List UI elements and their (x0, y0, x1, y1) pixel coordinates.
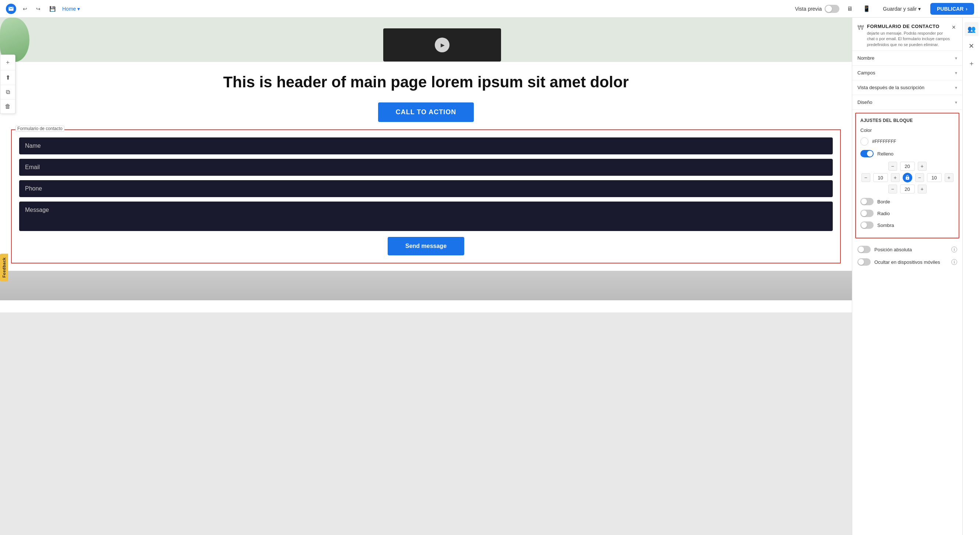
message-field[interactable]: Message (19, 201, 833, 231)
padding-controls: − + − + − + − (860, 162, 954, 193)
copy-button[interactable]: ⧉ (0, 85, 15, 99)
ocultar-movil-info[interactable]: i (951, 259, 957, 265)
posicion-absoluta-label: Posición absoluta (874, 247, 948, 252)
ocultar-movil-row: Ocultar en dispositivos móviles i (858, 258, 957, 266)
sombra-toggle[interactable] (860, 222, 873, 229)
name-field[interactable]: Name (19, 137, 833, 154)
posicion-absoluta-info[interactable]: i (951, 246, 957, 252)
relleno-setting-row: Relleno (860, 150, 954, 157)
diseno-label: Diseño (858, 99, 872, 105)
cta-wrapper: CALL TO ACTION (0, 99, 852, 129)
vista-chevron: ▾ (955, 85, 957, 90)
radio-label: Radio (877, 211, 954, 216)
diseno-section: Diseño ▾ (852, 95, 963, 110)
nombre-label: Nombre (858, 55, 874, 61)
feedback-tab[interactable]: Feedback (0, 254, 8, 281)
app-logo (6, 4, 16, 14)
campos-row[interactable]: Campos ▾ (852, 65, 963, 80)
preview-toggle-section: Vista previa (795, 5, 839, 13)
relleno-toggle[interactable] (860, 150, 873, 157)
panel-header: ₩ FORMULARIO DE CONTACTO dejarte un mens… (852, 18, 963, 51)
posicion-absoluta-toggle[interactable] (858, 246, 871, 253)
canvas-top-section (0, 18, 852, 62)
panel-icon: ₩ (858, 24, 864, 32)
people-button[interactable]: 👥 (964, 22, 978, 36)
sombra-label: Sombra (877, 222, 954, 228)
feedback-label[interactable]: Feedback (0, 254, 8, 281)
color-swatch[interactable] (860, 137, 869, 145)
nombre-row[interactable]: Nombre ▾ (852, 51, 963, 65)
ocultar-movil-toggle[interactable] (858, 258, 871, 266)
home-nav-button[interactable]: Home ▾ (62, 6, 80, 12)
sombra-toggle-knob (861, 222, 867, 228)
home-chevron: ▾ (77, 6, 80, 12)
video-thumbnail[interactable] (383, 29, 501, 62)
color-setting-row: Color (860, 128, 954, 133)
padding-bottom-value[interactable] (900, 185, 915, 193)
padding-right-value[interactable] (927, 173, 942, 182)
padding-bottom-plus[interactable]: + (918, 185, 927, 193)
padding-top-plus[interactable]: + (918, 162, 927, 171)
panel-close-button[interactable]: × (950, 24, 957, 31)
panel-title: FORMULARIO DE CONTACTO (867, 24, 950, 29)
nombre-chevron: ▾ (955, 56, 957, 61)
mobile-view-button[interactable]: 📱 (860, 4, 873, 14)
sombra-setting-row: Sombra (860, 222, 954, 229)
cta-button[interactable]: CALL TO ACTION (378, 102, 474, 122)
padding-bottom-row: − + (860, 185, 954, 193)
home-label: Home (62, 6, 76, 12)
nombre-section: Nombre ▾ (852, 51, 963, 65)
preview-toggle[interactable] (825, 5, 839, 13)
padding-left-plus[interactable]: + (891, 173, 900, 182)
publish-button[interactable]: PUBLICAR › (930, 3, 974, 15)
padding-right-plus[interactable]: + (945, 173, 953, 182)
save-exit-button[interactable]: Guardar y salir ▾ (878, 4, 926, 14)
padding-right-minus[interactable]: − (915, 173, 924, 182)
right-panel: ₩ FORMULARIO DE CONTACTO dejarte un mens… (852, 18, 963, 535)
relleno-label: Relleno (877, 151, 954, 157)
campos-section: Campos ▾ (852, 65, 963, 80)
diseno-row[interactable]: Diseño ▾ (852, 95, 963, 109)
padding-lr-row: − + − + (860, 173, 954, 182)
posicion-absoluta-row: Posición absoluta i (858, 246, 957, 253)
send-message-button[interactable]: Send message (388, 237, 464, 256)
close-edge-button[interactable]: ✕ (966, 39, 977, 53)
form-section-label: Formulario de contacto (16, 126, 64, 131)
undo-button[interactable]: ↩ (21, 5, 29, 13)
video-play-button[interactable] (435, 38, 450, 52)
diseno-chevron: ▾ (955, 100, 957, 105)
page-heading: This is header of main page lorem ipsum … (7, 73, 845, 91)
toggle-knob (826, 6, 832, 12)
add-element-button[interactable]: ＋ (0, 55, 15, 70)
padding-left-minus[interactable]: − (861, 173, 870, 182)
canvas-content: This is header of main page lorem ipsum … (0, 18, 852, 313)
borde-toggle[interactable] (860, 198, 873, 205)
canvas-header: This is header of main page lorem ipsum … (0, 62, 852, 99)
radio-toggle[interactable] (860, 210, 873, 217)
vista-row[interactable]: Vista después de la suscripción ▾ (852, 80, 963, 95)
padding-left-value[interactable] (873, 173, 888, 182)
video-area (32, 18, 852, 62)
right-edge-toolbar: 👥 ✕ ＋ (963, 18, 980, 535)
block-settings-title: Ajustes del bloque (860, 118, 954, 123)
radio-setting-row: Radio (860, 210, 954, 217)
padding-bottom-minus[interactable]: − (888, 185, 897, 193)
save-cloud-button[interactable]: 💾 (47, 5, 58, 13)
color-value-row: #FFFFFFFF (860, 137, 954, 145)
padding-lock-button[interactable] (903, 173, 912, 182)
padding-top-minus[interactable]: − (888, 162, 897, 171)
padding-top-row: − + (860, 162, 954, 171)
email-field[interactable]: Email (19, 159, 833, 176)
bottom-settings: Posición absoluta i Ocultar en dispositi… (852, 241, 963, 275)
redo-button[interactable]: ↪ (34, 5, 43, 13)
relleno-toggle-knob (867, 151, 873, 157)
borde-setting-row: Borde (860, 198, 954, 205)
padding-top-value[interactable] (900, 162, 915, 171)
add-edge-button[interactable]: ＋ (965, 56, 978, 71)
campos-chevron: ▾ (955, 70, 957, 75)
color-label: Color (860, 128, 954, 133)
phone-field[interactable]: Phone (19, 180, 833, 197)
move-up-button[interactable]: ⬆ (0, 70, 15, 85)
delete-button[interactable]: 🗑 (0, 99, 15, 113)
desktop-view-button[interactable]: 🖥 (844, 4, 856, 14)
